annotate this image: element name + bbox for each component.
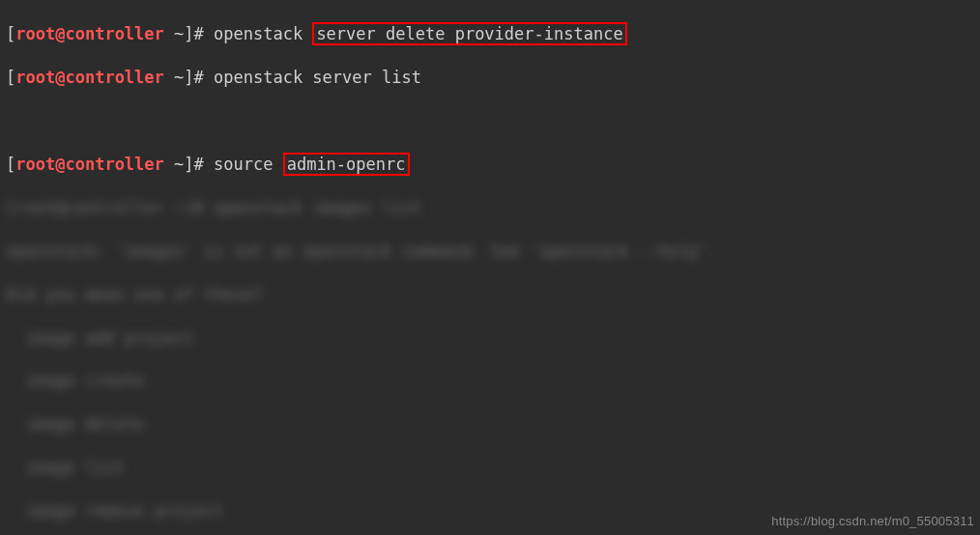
prompt-rbracket: ]# — [184, 68, 214, 87]
prompt-host: controller — [65, 24, 163, 43]
prompt-lbracket: [ — [6, 155, 15, 174]
csdn-watermark: https://blog.csdn.net/m0_55005311 — [771, 513, 974, 529]
prompt-at: @ — [55, 24, 65, 43]
blurred-line: image delete — [6, 413, 974, 435]
prompt-tilde: ~ — [164, 155, 184, 174]
prompt-at: @ — [55, 155, 65, 174]
prompt-tilde: ~ — [164, 68, 184, 87]
cmd-3-highlight: admin-openrc — [283, 153, 410, 176]
prompt-user: root — [15, 24, 55, 43]
prompt-rbracket: ]# — [184, 155, 214, 174]
prompt-host: controller — [65, 155, 163, 174]
prompt-at: @ — [55, 68, 65, 87]
prompt-user: root — [15, 155, 55, 174]
prompt-rbracket: ]# — [184, 24, 214, 43]
prompt-tilde: ~ — [164, 24, 184, 43]
blurred-line: [root@controller ~]# openstack images li… — [6, 197, 974, 218]
prompt-lbracket: [ — [6, 24, 15, 43]
cmd-1-highlight: server delete provider-instance — [312, 22, 626, 45]
blurred-line: image list — [6, 457, 974, 478]
cmd-2: openstack server list — [214, 68, 421, 87]
prompt-user: root — [15, 68, 55, 87]
blurred-line: image add project — [6, 327, 974, 349]
cmd-3-pre: source — [214, 155, 283, 174]
blurred-line: openstack: 'images' is not an openstack … — [6, 240, 974, 262]
prompt-host: controller — [65, 68, 163, 87]
prompt-lbracket: [ — [6, 68, 15, 87]
cmd-1-pre: openstack — [214, 24, 312, 43]
blurred-line: image create — [6, 370, 974, 391]
blurred-line: Did you mean one of these? — [6, 284, 974, 305]
terminal-output: [root@controller ~]# openstack server de… — [0, 0, 980, 535]
